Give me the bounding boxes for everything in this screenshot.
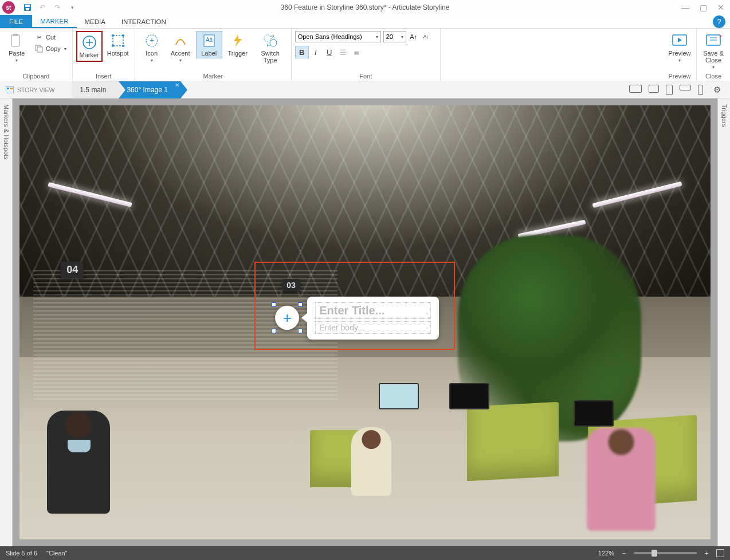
app-brand-icon: st	[2, 1, 15, 14]
markers-hotspots-label: Markers & Hotspots	[3, 104, 10, 160]
canvas-360-image[interactable]: 04 03 + Enter Title...	[19, 105, 711, 539]
svg-marker-10	[113, 36, 123, 46]
zoom-percent[interactable]: 122%	[598, 550, 614, 557]
svg-rect-1	[25, 5, 30, 7]
crumb-main[interactable]: 1.5 main	[72, 81, 119, 98]
switch-icon	[262, 33, 278, 49]
device-tablet-landscape-icon[interactable]	[649, 85, 659, 93]
save-close-label: Save & Close	[702, 50, 725, 64]
copy-icon	[34, 44, 44, 53]
marker-label: Marker	[80, 52, 99, 58]
label-box-icon: Aa	[201, 33, 217, 49]
marker-object[interactable]: + Enter Title... Enter body...	[275, 297, 439, 340]
paste-button[interactable]: Paste ▾	[3, 31, 30, 65]
icon-label: Icon	[146, 50, 158, 57]
marker-body-input[interactable]: Enter body...	[315, 321, 431, 334]
svg-rect-3	[11, 35, 19, 46]
svg-point-20	[264, 35, 271, 42]
font-size-value: 20	[386, 33, 393, 40]
minimize-button[interactable]: —	[681, 3, 689, 12]
layout-indicator: "Clean"	[46, 550, 68, 557]
markers-hotspots-panel-tab[interactable]: Markers & Hotspots	[0, 98, 13, 546]
group-preview-label: Preview	[666, 72, 693, 80]
svg-point-14	[112, 45, 114, 47]
save-icon[interactable]	[23, 3, 32, 12]
face-mask	[68, 440, 91, 452]
canvas-wrapper: 04 03 + Enter Title...	[13, 98, 717, 546]
bullets-button[interactable]: ☰	[336, 46, 350, 58]
marker-pin[interactable]: +	[275, 306, 299, 330]
accent-icon	[172, 33, 189, 49]
marker-title-input[interactable]: Enter Title...	[315, 302, 431, 319]
selection-handle[interactable]	[272, 329, 276, 333]
story-view-button[interactable]: STORY VIEW	[0, 86, 60, 93]
paste-icon	[9, 33, 25, 49]
svg-rect-4	[13, 34, 18, 36]
device-phone-portrait-icon[interactable]	[698, 85, 703, 95]
marker-button[interactable]: Marker	[76, 31, 103, 62]
close-window-button[interactable]: ✕	[717, 3, 724, 12]
settings-gear-icon[interactable]: ⚙	[713, 85, 721, 95]
copy-button[interactable]: Copy▾	[32, 44, 69, 54]
group-font: Open Sans (Headings)▾ 20▾ A↑ A↓ B I U ☰ …	[292, 29, 441, 81]
svg-point-13	[122, 45, 124, 47]
cut-button[interactable]: ✂Cut	[32, 32, 69, 42]
fit-to-window-button[interactable]	[716, 549, 724, 557]
accent-button[interactable]: Accent ▾	[167, 31, 194, 65]
selection-handle[interactable]	[298, 329, 303, 333]
selection-handle[interactable]	[272, 302, 276, 307]
icon-button[interactable]: + Icon ▾	[139, 31, 165, 65]
trigger-button[interactable]: Trigger	[225, 31, 251, 58]
crumb-360-label: 360° Image 1	[127, 86, 168, 94]
shrink-font-button[interactable]: A↓	[421, 34, 431, 40]
help-icon[interactable]: ?	[713, 15, 725, 28]
italic-button[interactable]: I	[309, 46, 323, 58]
undo-icon[interactable]: ↶	[38, 3, 47, 12]
cut-label: Cut	[46, 34, 56, 41]
save-close-button[interactable]: ✕ Save & Close ▾	[700, 31, 727, 72]
selection-handle[interactable]	[298, 302, 303, 307]
bolt-icon	[230, 33, 246, 49]
triggers-panel-tab[interactable]: Triggers	[717, 98, 730, 546]
redo-icon[interactable]: ↷	[53, 3, 62, 12]
font-family-value: Open Sans (Headings)	[298, 33, 362, 40]
zoom-in-button[interactable]: +	[702, 550, 711, 557]
bold-button[interactable]: B	[295, 46, 309, 58]
group-close-label: Close	[700, 72, 727, 80]
font-size-select[interactable]: 20▾	[383, 31, 406, 42]
tab-marker[interactable]: MARKER	[32, 15, 76, 28]
maximize-button[interactable]: ▢	[700, 3, 707, 12]
crumb-360-image[interactable]: 360° Image 1✕	[119, 81, 180, 98]
copy-label: Copy	[46, 45, 61, 52]
device-preview-icons: ⚙	[629, 85, 730, 95]
save-close-icon: ✕	[705, 33, 721, 49]
paste-label: Paste	[9, 50, 25, 57]
group-marker-label: Marker	[139, 72, 288, 80]
qat-dropdown-icon[interactable]: ▾	[68, 3, 77, 12]
tab-media[interactable]: MEDIA	[77, 15, 113, 28]
device-tablet-portrait-icon[interactable]	[666, 85, 673, 95]
underline-button[interactable]: U	[323, 46, 336, 58]
numbers-button[interactable]: ≣	[350, 46, 364, 58]
zoom-out-button[interactable]: −	[620, 550, 628, 557]
marker-callout[interactable]: Enter Title... Enter body...	[307, 297, 439, 340]
close-tab-icon[interactable]: ✕	[175, 82, 179, 88]
zoom-slider[interactable]	[634, 552, 697, 554]
svg-text:Aa: Aa	[206, 37, 213, 43]
font-family-select[interactable]: Open Sans (Headings)▾	[295, 31, 381, 42]
switch-type-button[interactable]: Switch Type	[253, 31, 288, 65]
tab-file[interactable]: FILE	[0, 15, 32, 28]
label-button[interactable]: Aa Label	[196, 31, 222, 58]
svg-marker-19	[234, 34, 242, 47]
group-preview: Preview ▾ Preview	[663, 29, 697, 81]
ribbon: Paste ▾ ✂Cut Copy▾ Clipboard Marker Hots…	[0, 29, 730, 81]
title-bar: st ↶ ↷ ▾ 360 Feature in Storyline 360.st…	[0, 0, 730, 15]
hotspot-button[interactable]: Hotspot	[105, 31, 131, 58]
zoom-thumb[interactable]	[651, 550, 657, 557]
cut-icon: ✂	[34, 33, 44, 42]
grow-font-button[interactable]: A↑	[409, 33, 419, 40]
device-phone-landscape-icon[interactable]	[680, 85, 691, 90]
tab-interaction[interactable]: INTERACTION	[113, 15, 174, 28]
device-desktop-icon[interactable]	[629, 85, 642, 93]
preview-button[interactable]: Preview ▾	[666, 31, 693, 65]
